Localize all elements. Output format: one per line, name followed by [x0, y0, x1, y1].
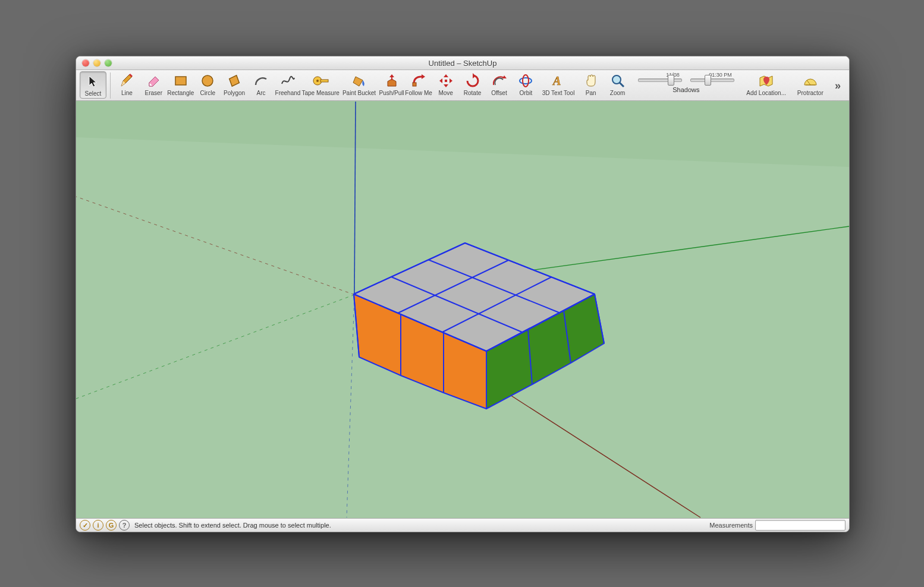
tool-circle[interactable]: Circle: [195, 71, 221, 97]
toolbar-overflow[interactable]: »: [830, 80, 846, 92]
pan-icon: [583, 72, 599, 89]
minimize-button[interactable]: [93, 59, 100, 67]
toolbar: Select Line Eraser Rectangle Circle: [76, 70, 849, 101]
tool-freehand[interactable]: Freehand: [275, 71, 301, 97]
tool-zoom[interactable]: Zoom: [605, 71, 630, 97]
tool-3d-text[interactable]: A 3D Text Tool: [540, 71, 577, 97]
titlebar: Untitled – SketchUp: [76, 56, 849, 70]
zoom-button[interactable]: [105, 59, 112, 67]
svg-point-3: [316, 80, 319, 82]
status-icon-help[interactable]: ?: [119, 520, 130, 531]
tool-arc[interactable]: Arc: [249, 71, 274, 97]
follow-me-icon: [410, 72, 427, 89]
paint-bucket-icon: [351, 72, 367, 89]
tool-eraser[interactable]: Eraser: [141, 71, 166, 97]
tool-orbit[interactable]: Orbit: [513, 71, 539, 97]
tool-offset[interactable]: Offset: [486, 71, 512, 97]
svg-point-8: [523, 75, 529, 87]
tool-paint-bucket[interactable]: Paint Bucket: [341, 71, 378, 97]
shadow-time-slider[interactable]: 01:30 PM: [690, 72, 734, 86]
arc-icon: [253, 72, 269, 89]
shadows-control: 11/08 01:30 PM Shadows: [631, 71, 741, 94]
orbit-icon: [517, 72, 534, 89]
polygon-icon: [226, 72, 243, 89]
status-icon-person[interactable]: ✓: [80, 520, 90, 531]
cursor-icon: [84, 73, 101, 90]
move-icon: [438, 72, 454, 89]
svg-text:A: A: [552, 74, 561, 87]
tool-line[interactable]: Line: [114, 71, 140, 97]
tool-rotate[interactable]: Rotate: [460, 71, 485, 97]
svg-rect-4: [320, 80, 328, 82]
tape-measure-icon: [312, 72, 329, 89]
tool-move[interactable]: Move: [433, 71, 458, 97]
status-icon-info[interactable]: i: [93, 520, 103, 531]
shadow-date-slider[interactable]: 11/08: [638, 72, 682, 86]
offset-icon: [491, 72, 507, 89]
tool-rectangle[interactable]: Rectangle: [168, 71, 194, 97]
svg-point-7: [520, 78, 532, 84]
svg-rect-0: [175, 77, 186, 85]
tool-pan[interactable]: Pan: [578, 71, 604, 97]
pencil-icon: [118, 72, 135, 89]
tool-select[interactable]: Select: [80, 71, 106, 99]
rotate-icon: [464, 72, 481, 89]
eraser-icon: [145, 72, 162, 89]
zoom-icon: [609, 72, 626, 89]
3d-text-icon: A: [550, 72, 567, 89]
3d-viewport[interactable]: [76, 101, 849, 518]
measurements-label: Measurements: [709, 522, 753, 529]
svg-rect-6: [445, 80, 447, 82]
svg-point-1: [202, 75, 213, 86]
protractor-icon: [802, 72, 819, 89]
scene-svg: [76, 101, 849, 518]
status-icon-geo[interactable]: G: [106, 520, 117, 531]
circle-icon: [199, 72, 216, 89]
push-pull-icon: [384, 72, 400, 89]
tool-add-location[interactable]: Add Location...: [742, 71, 791, 97]
tool-push-pull[interactable]: Push/Pull: [379, 71, 404, 97]
freehand-icon: [279, 72, 296, 89]
tool-follow-me[interactable]: Follow Me: [406, 71, 432, 97]
app-window: Untitled – SketchUp Select Line Eraser R…: [76, 56, 850, 532]
tool-protractor[interactable]: Protractor: [792, 71, 829, 97]
svg-point-10: [612, 75, 621, 84]
tool-tape-measure[interactable]: Tape Measure: [301, 71, 339, 97]
statusbar: ✓ i G ? Select objects. Shift to extend …: [76, 518, 849, 532]
measurements-input[interactable]: [755, 520, 846, 531]
close-button[interactable]: [82, 59, 89, 67]
window-title: Untitled – SketchUp: [76, 59, 849, 68]
svg-rect-5: [413, 83, 416, 86]
status-hint: Select objects. Shift to extend select. …: [134, 522, 331, 529]
map-pin-icon: [758, 72, 775, 89]
tool-polygon[interactable]: Polygon: [222, 71, 247, 97]
svg-line-11: [620, 83, 624, 87]
window-controls: [76, 59, 112, 67]
rectangle-icon: [172, 72, 189, 89]
